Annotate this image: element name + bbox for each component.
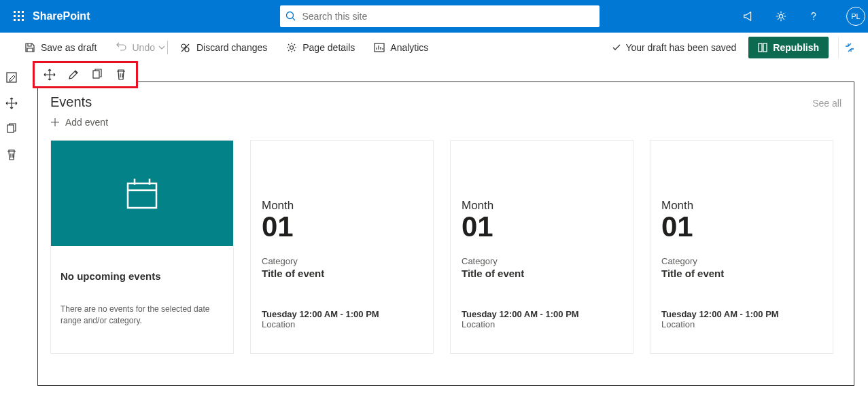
- trash-icon: [5, 149, 18, 161]
- search-input[interactable]: [302, 11, 594, 22]
- svg-rect-18: [759, 43, 762, 52]
- empty-state-card: No upcoming events There are no events f…: [50, 140, 234, 354]
- events-title: Events: [50, 94, 92, 110]
- search-icon: [285, 11, 296, 22]
- analytics-icon: [374, 42, 385, 53]
- svg-rect-22: [93, 71, 99, 78]
- empty-title: No upcoming events: [60, 270, 224, 282]
- gear-icon: [286, 42, 297, 53]
- move-section-button[interactable]: [5, 96, 18, 110]
- svg-point-12: [813, 19, 814, 20]
- event-title: Title of event: [462, 268, 622, 279]
- empty-message: There are no events for the selected dat…: [60, 304, 224, 327]
- event-card[interactable]: Month 01 Category Title of event Tuesday…: [450, 140, 633, 354]
- duplicate-section-button[interactable]: [5, 122, 18, 136]
- event-day: 01: [462, 213, 622, 241]
- svg-rect-19: [763, 43, 767, 52]
- megaphone-icon[interactable]: [740, 8, 757, 24]
- discard-button[interactable]: Discard changes: [179, 41, 267, 54]
- command-bar: Save as draft Undo Discard changes Page …: [0, 33, 868, 62]
- event-location: Location: [262, 319, 422, 329]
- draft-saved-label: Your draft has been saved: [625, 42, 736, 53]
- event-day: 01: [661, 213, 822, 241]
- event-title: Title of event: [262, 268, 422, 279]
- copy-icon: [91, 69, 103, 81]
- suite-header: SharePoint PL: [0, 0, 868, 33]
- delete-webpart-button[interactable]: [113, 67, 129, 83]
- see-all-link[interactable]: See all: [812, 98, 841, 109]
- user-avatar[interactable]: PL: [846, 7, 865, 26]
- move-icon: [44, 69, 56, 81]
- save-draft-button[interactable]: Save as draft: [24, 42, 97, 53]
- undo-button[interactable]: Undo: [116, 42, 155, 53]
- calendar-icon: [124, 175, 160, 212]
- svg-rect-5: [22, 15, 24, 17]
- duplicate-webpart-button[interactable]: [89, 67, 105, 83]
- svg-rect-23: [128, 183, 156, 208]
- events-webpart[interactable]: Events See all Add event No upcoming eve…: [37, 82, 854, 386]
- svg-rect-2: [22, 11, 24, 13]
- svg-rect-6: [14, 19, 16, 21]
- collapse-button[interactable]: [838, 37, 860, 58]
- copy-icon: [5, 123, 18, 135]
- svg-point-16: [290, 46, 294, 50]
- settings-icon[interactable]: [773, 8, 789, 24]
- svg-rect-21: [7, 125, 14, 132]
- plus-icon: [50, 118, 60, 127]
- move-webpart-button[interactable]: [41, 67, 58, 83]
- svg-rect-4: [18, 15, 20, 17]
- event-category: Category: [262, 256, 422, 266]
- edit-section-icon: [5, 71, 18, 84]
- page-details-label: Page details: [302, 42, 355, 53]
- divider: [167, 41, 168, 54]
- app-launcher-icon[interactable]: [8, 11, 30, 22]
- event-time: Tuesday 12:00 AM - 1:00 PM: [661, 309, 822, 319]
- svg-rect-1: [18, 11, 20, 13]
- left-rail: [0, 62, 23, 162]
- edit-section-button[interactable]: [5, 71, 18, 84]
- event-location: Location: [462, 319, 622, 329]
- save-icon: [24, 42, 35, 53]
- event-time: Tuesday 12:00 AM - 1:00 PM: [462, 309, 622, 319]
- event-location: Location: [661, 319, 822, 329]
- svg-rect-0: [14, 11, 16, 13]
- event-category: Category: [661, 256, 822, 266]
- webpart-toolbar: [33, 61, 138, 88]
- move-icon: [5, 97, 18, 109]
- event-time: Tuesday 12:00 AM - 1:00 PM: [262, 309, 422, 319]
- collapse-icon: [844, 42, 855, 53]
- republish-button[interactable]: Republish: [748, 37, 829, 58]
- brand-label[interactable]: SharePoint: [33, 10, 90, 22]
- undo-icon: [116, 42, 127, 53]
- analytics-button[interactable]: Analytics: [374, 42, 428, 53]
- svg-rect-3: [14, 15, 16, 17]
- add-event-button[interactable]: Add event: [50, 117, 841, 128]
- event-category: Category: [462, 256, 622, 266]
- svg-rect-17: [375, 43, 384, 52]
- help-icon[interactable]: [805, 8, 822, 24]
- republish-icon: [758, 43, 767, 52]
- svg-line-10: [293, 18, 296, 21]
- discard-icon: [179, 41, 191, 54]
- trash-icon: [115, 69, 127, 81]
- edit-webpart-button[interactable]: [65, 67, 82, 83]
- svg-point-11: [779, 14, 782, 18]
- discard-label: Discard changes: [196, 42, 267, 53]
- avatar-initials: PL: [851, 12, 860, 20]
- page-details-button[interactable]: Page details: [286, 42, 355, 53]
- svg-rect-8: [22, 19, 24, 21]
- event-card[interactable]: Month 01 Category Title of event Tuesday…: [250, 140, 434, 354]
- save-draft-label: Save as draft: [41, 42, 97, 53]
- delete-section-button[interactable]: [5, 148, 18, 162]
- undo-chevron[interactable]: [158, 44, 165, 51]
- pencil-icon: [67, 69, 80, 81]
- add-event-label: Add event: [65, 117, 108, 128]
- event-day: 01: [262, 213, 422, 241]
- draft-saved-status: Your draft has been saved: [612, 42, 736, 53]
- event-card[interactable]: Month 01 Category Title of event Tuesday…: [650, 140, 833, 354]
- svg-rect-7: [18, 19, 20, 21]
- search-box[interactable]: [280, 5, 600, 27]
- analytics-label: Analytics: [390, 42, 428, 53]
- undo-label: Undo: [133, 42, 155, 53]
- event-title: Title of event: [661, 268, 822, 279]
